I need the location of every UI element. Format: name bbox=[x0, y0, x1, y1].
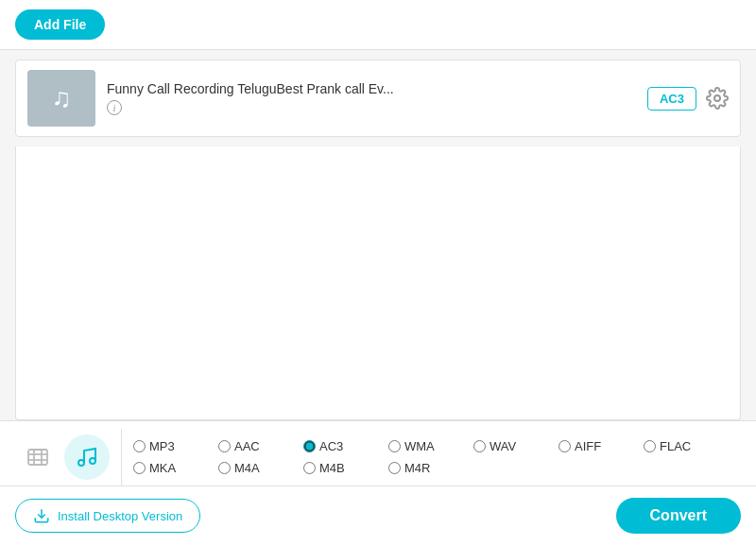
radio-ac3[interactable] bbox=[303, 440, 316, 452]
radio-m4a[interactable] bbox=[218, 462, 231, 474]
radio-wav[interactable] bbox=[473, 440, 486, 452]
format-option-wma: WMA bbox=[385, 437, 470, 455]
format-tabs: MP3AACAC3WMAWAVAIFFFLACMKAM4AM4BM4R bbox=[0, 421, 756, 486]
radio-mka[interactable] bbox=[133, 462, 146, 474]
radio-m4b[interactable] bbox=[303, 462, 316, 474]
label-m4b[interactable]: M4B bbox=[319, 461, 345, 475]
info-icon[interactable]: i bbox=[107, 100, 122, 115]
toolbar: Add File bbox=[0, 0, 756, 50]
radio-wma[interactable] bbox=[388, 440, 401, 452]
label-mp3[interactable]: MP3 bbox=[149, 439, 175, 453]
file-actions: AC3 bbox=[647, 87, 729, 111]
label-wma[interactable]: WMA bbox=[404, 439, 435, 453]
install-label: Install Desktop Version bbox=[58, 509, 182, 523]
svg-point-6 bbox=[78, 460, 84, 466]
label-aiff[interactable]: AIFF bbox=[575, 439, 601, 453]
svg-point-7 bbox=[90, 458, 95, 464]
radio-flac[interactable] bbox=[644, 440, 656, 452]
radio-m4r[interactable] bbox=[388, 462, 401, 474]
label-wav[interactable]: WAV bbox=[490, 439, 516, 453]
radio-aiff[interactable] bbox=[558, 440, 571, 452]
format-option-aiff: AIFF bbox=[555, 437, 640, 455]
format-option-aac: AAC bbox=[215, 437, 300, 455]
tab-divider bbox=[121, 429, 122, 485]
format-option-mp3: MP3 bbox=[129, 437, 215, 455]
format-badge[interactable]: AC3 bbox=[647, 87, 696, 111]
bottom-panel: MP3AACAC3WMAWAVAIFFFLACMKAM4AM4BM4R Inst… bbox=[0, 420, 756, 545]
music-icon: ♫ bbox=[52, 83, 72, 113]
tab-video[interactable] bbox=[15, 434, 60, 480]
format-option-ac3: AC3 bbox=[300, 437, 385, 455]
svg-rect-1 bbox=[28, 450, 47, 465]
radio-aac[interactable] bbox=[218, 440, 231, 452]
format-option-mka: MKA bbox=[129, 459, 215, 477]
file-name: Funny Call Recording TeluguBest Prank ca… bbox=[107, 81, 636, 96]
convert-button[interactable]: Convert bbox=[616, 498, 741, 534]
format-option-m4a: M4A bbox=[215, 459, 300, 477]
file-thumbnail: ♫ bbox=[27, 70, 95, 127]
label-m4a[interactable]: M4A bbox=[234, 461, 260, 475]
format-option-flac: FLAC bbox=[640, 437, 725, 455]
label-ac3[interactable]: AC3 bbox=[319, 439, 343, 453]
file-item: ♫ Funny Call Recording TeluguBest Prank … bbox=[16, 60, 740, 136]
label-flac[interactable]: FLAC bbox=[660, 439, 691, 453]
label-aac[interactable]: AAC bbox=[234, 439, 260, 453]
radio-mp3[interactable] bbox=[133, 440, 146, 452]
file-info: Funny Call Recording TeluguBest Prank ca… bbox=[107, 81, 636, 115]
settings-icon[interactable] bbox=[706, 87, 729, 110]
file-list: ♫ Funny Call Recording TeluguBest Prank … bbox=[15, 60, 741, 137]
download-icon bbox=[33, 507, 50, 524]
add-file-button[interactable]: Add File bbox=[15, 9, 105, 40]
label-mka[interactable]: MKA bbox=[149, 461, 176, 475]
format-option-m4b: M4B bbox=[300, 459, 385, 477]
action-bar: Install Desktop Version Convert bbox=[0, 486, 756, 545]
label-m4r[interactable]: M4R bbox=[404, 461, 430, 475]
main-content bbox=[15, 146, 741, 420]
format-option-m4r: M4R bbox=[385, 459, 470, 477]
install-desktop-button[interactable]: Install Desktop Version bbox=[15, 499, 200, 533]
format-options: MP3AACAC3WMAWAVAIFFFLACMKAM4AM4BM4R bbox=[129, 432, 741, 483]
format-option-wav: WAV bbox=[470, 437, 555, 455]
tab-audio[interactable] bbox=[64, 434, 110, 480]
svg-point-0 bbox=[714, 95, 720, 101]
